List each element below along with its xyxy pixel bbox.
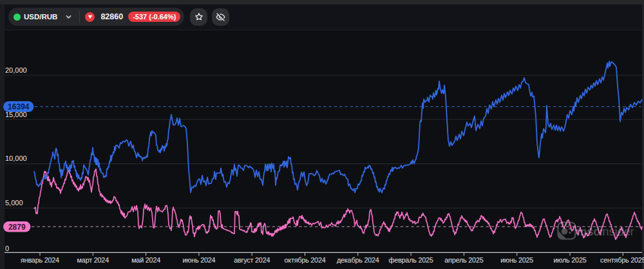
svg-text:mscinsider: mscinsider	[576, 225, 634, 238]
svg-text:октябрь 2024: октябрь 2024	[284, 256, 325, 264]
svg-text:июль 2025: июль 2025	[553, 256, 586, 264]
svg-text:январь 2024: январь 2024	[21, 256, 59, 264]
svg-text:сентябрь 2025: сентябрь 2025	[600, 256, 644, 264]
svg-text:май 2024: май 2024	[131, 256, 160, 264]
svg-text:декабрь 2024: декабрь 2024	[337, 256, 379, 264]
svg-text:апрель 2025: апрель 2025	[444, 256, 483, 264]
svg-text:март 2024: март 2024	[77, 256, 109, 264]
svg-text:5,000: 5,000	[5, 199, 23, 207]
svg-text:2879: 2879	[8, 223, 26, 232]
svg-text:10,000: 10,000	[5, 154, 27, 162]
svg-text:0: 0	[5, 245, 9, 252]
svg-text:20,000: 20,000	[5, 66, 27, 74]
svg-text:июнь 2025: июнь 2025	[500, 256, 533, 264]
svg-text:16394: 16394	[8, 102, 30, 111]
svg-text:июнь 2024: июнь 2024	[182, 256, 215, 264]
svg-text:февраль 2025: февраль 2025	[389, 256, 433, 264]
svg-text:август 2024: август 2024	[234, 256, 270, 264]
